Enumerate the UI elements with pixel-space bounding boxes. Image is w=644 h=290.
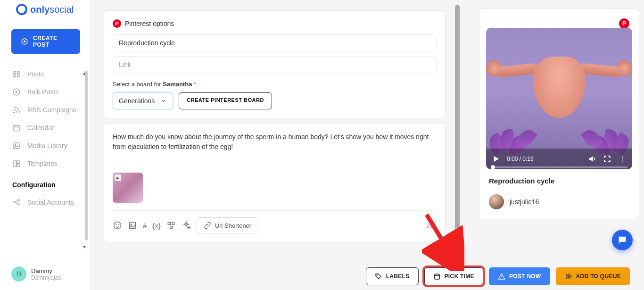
labels-label: LABELS (386, 273, 410, 280)
nav-social-accounts[interactable]: Social Accounts (0, 193, 90, 211)
post-editor-card: How much do you know about the journey o… (104, 123, 446, 242)
video-controls[interactable]: 0:00 / 0:19 (486, 149, 632, 169)
video-badge-icon: ▶ (115, 174, 121, 181)
preview-video[interactable]: 0:00 / 0:19 (486, 28, 632, 169)
svg-rect-12 (17, 164, 19, 166)
chat-launcher[interactable] (612, 230, 633, 250)
fullscreen-icon[interactable] (603, 155, 611, 163)
layout-icon (12, 159, 21, 168)
image-icon[interactable] (128, 221, 137, 230)
character-count: 351 (426, 222, 437, 229)
svg-point-26 (622, 160, 623, 161)
nav-templates[interactable]: Templates (0, 155, 90, 173)
plus-circle-icon (21, 37, 28, 46)
svg-rect-2 (17, 71, 20, 74)
rss-icon (12, 106, 21, 114)
svg-rect-28 (434, 274, 439, 279)
nav-rss[interactable]: RSS Campaigns (0, 101, 90, 119)
nav-posts[interactable]: Posts (0, 65, 90, 83)
template-icon[interactable] (166, 221, 176, 230)
editor-toolbar: # {x} Url Shortener 351 (113, 210, 437, 233)
sparkle-icon[interactable] (182, 221, 191, 230)
sidebar: onlysocial CREATE POST ▲ Posts Bulk Post… (0, 0, 90, 290)
preview-author[interactable]: justjulie16 (489, 194, 629, 209)
scroll-down-icon[interactable]: ▼ (455, 256, 461, 262)
user-name: Dammy (31, 267, 61, 274)
tag-icon (375, 273, 382, 280)
svg-rect-10 (14, 161, 16, 166)
scroll-down-caret[interactable]: ▼ (82, 244, 87, 249)
alert-icon (498, 273, 505, 280)
nav-calendar[interactable]: Calendar (0, 119, 90, 137)
svg-rect-21 (168, 222, 170, 224)
video-time: 0:00 / 0:19 (507, 156, 534, 162)
variable-icon[interactable]: {x} (152, 222, 161, 230)
forward-icon (565, 273, 572, 280)
pinterest-header: Pinterest options (125, 20, 174, 27)
nav-label: Calendar (27, 124, 54, 132)
nav-label: Media Library (27, 142, 67, 149)
image-icon (12, 141, 21, 150)
svg-rect-22 (172, 222, 174, 224)
svg-rect-8 (14, 143, 19, 149)
add-to-queue-button[interactable]: ADD TO QUEUE (556, 267, 630, 285)
nav-media-library[interactable]: Media Library (0, 137, 90, 155)
pinterest-options-card: P Pinterest options Select a board for S… (104, 10, 446, 118)
author-username: justjulie16 (510, 198, 539, 206)
configuration-heading: Configuration (0, 173, 90, 193)
preview-panel: P 0:00 / 0:19 Reproduction (479, 8, 639, 219)
user-panel[interactable]: D Dammy Dammyajas (11, 266, 61, 282)
media-thumbnail[interactable]: ▶ (113, 173, 143, 203)
create-post-button[interactable]: CREATE POST (11, 29, 80, 54)
svg-point-9 (15, 144, 16, 145)
nav-primary: Posts Bulk Posts RSS Campaigns Calendar … (0, 65, 90, 173)
user-handle: Dammyajas (31, 274, 61, 281)
hashtag-icon[interactable]: # (143, 222, 147, 230)
sidebar-scrollbar[interactable] (85, 71, 88, 240)
add-to-queue-label: ADD TO QUEUE (576, 273, 621, 280)
svg-rect-3 (14, 75, 16, 77)
pinterest-title-input[interactable] (113, 34, 437, 51)
svg-rect-23 (170, 226, 172, 229)
nav-bulk-posts[interactable]: Bulk Posts (0, 83, 90, 101)
post-now-button[interactable]: POST NOW (489, 267, 550, 285)
post-text-area[interactable]: How much do you know about the journey o… (113, 132, 437, 164)
svg-rect-7 (14, 125, 19, 131)
pinterest-link-input[interactable] (113, 56, 437, 73)
video-progress[interactable] (491, 166, 627, 168)
svg-point-13 (14, 202, 15, 203)
board-select-label: Select a board for Samantha * (113, 81, 437, 88)
pick-time-button[interactable]: PICK TIME (424, 267, 483, 285)
nav-label: Posts (27, 70, 44, 78)
post-now-label: POST NOW (509, 273, 541, 280)
create-post-label: CREATE POST (33, 35, 71, 48)
nav-label: Templates (27, 160, 58, 167)
author-avatar (489, 194, 504, 209)
svg-rect-1 (14, 71, 16, 74)
volume-icon[interactable] (588, 155, 596, 163)
brand-logo[interactable]: onlysocial (0, 0, 90, 24)
url-shortener-button[interactable]: Url Shortener (197, 217, 258, 233)
calendar-icon (12, 124, 21, 132)
labels-button[interactable]: LABELS (366, 267, 419, 285)
nav-label: Social Accounts (27, 199, 74, 206)
create-board-button[interactable]: CREATE PINTEREST BOARD (179, 92, 272, 109)
pinterest-icon: P (113, 19, 121, 28)
emoji-icon[interactable] (113, 221, 122, 230)
grid-icon (12, 70, 21, 78)
svg-rect-4 (17, 75, 20, 77)
action-bar: LABELS PICK TIME POST NOW ADD TO QUEUE (104, 267, 630, 285)
preview-title: Reproduction cycle (489, 177, 629, 185)
svg-point-6 (14, 112, 15, 113)
pinterest-icon: P (619, 18, 629, 29)
main-scrollbar[interactable] (455, 5, 460, 255)
chevron-down-icon (160, 98, 167, 104)
main-content: ▼ P Pinterest options Select a board for… (90, 0, 460, 290)
svg-point-16 (114, 222, 121, 229)
board-select-value: Generations (119, 97, 155, 105)
play-icon[interactable] (492, 155, 500, 163)
svg-point-27 (377, 275, 377, 275)
more-icon[interactable] (618, 155, 627, 163)
link-icon (204, 222, 211, 229)
board-select[interactable]: Generations (113, 92, 173, 109)
